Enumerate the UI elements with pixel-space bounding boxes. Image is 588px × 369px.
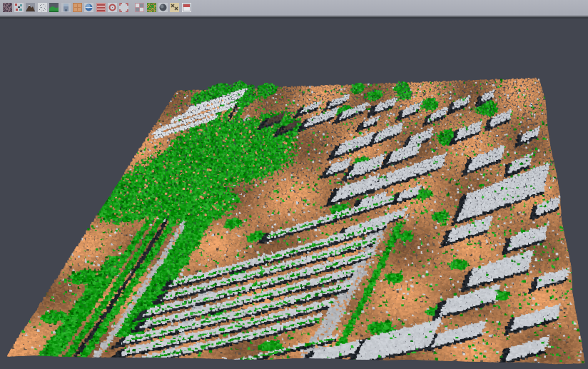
globe-icon[interactable] — [84, 3, 93, 12]
flag-icon[interactable] — [182, 3, 191, 12]
orthophoto-icon[interactable] — [73, 3, 82, 12]
side-panel-icon-glyph — [61, 3, 71, 12]
log-icon-glyph — [96, 3, 106, 12]
clip-cross-icon[interactable] — [170, 3, 179, 12]
flag-icon-glyph — [182, 3, 191, 12]
app-window — [0, 0, 588, 369]
zoom-extent-icon[interactable] — [119, 3, 128, 12]
point-cloud-icon-glyph — [38, 3, 47, 12]
texture-icon-glyph — [3, 3, 12, 12]
target-icon[interactable] — [108, 3, 117, 12]
zoom-extent-icon-glyph — [119, 3, 128, 12]
viewport — [0, 16, 588, 369]
sphere-render-icon[interactable] — [158, 3, 168, 12]
filter-checker-icon-glyph — [135, 3, 144, 12]
classification-icon[interactable] — [147, 3, 156, 12]
filter-checker-icon[interactable] — [135, 3, 144, 12]
point-cloud-icon[interactable] — [38, 3, 47, 12]
classification-icon-glyph — [147, 3, 156, 12]
markers-icon-glyph — [14, 3, 24, 12]
sphere-render-icon-glyph — [158, 3, 168, 12]
target-icon-glyph — [108, 3, 117, 12]
texture-icon[interactable] — [3, 3, 12, 12]
terrain-icon[interactable] — [49, 3, 59, 12]
clip-cross-icon-glyph — [170, 3, 179, 12]
toolbar — [0, 0, 588, 16]
log-icon[interactable] — [96, 3, 106, 12]
viewport-canvas[interactable] — [0, 16, 588, 369]
side-panel-icon[interactable] — [61, 3, 71, 12]
dem-icon-glyph — [26, 3, 35, 12]
markers-icon[interactable] — [14, 3, 24, 12]
dem-icon[interactable] — [26, 3, 35, 12]
orthophoto-icon-glyph — [73, 3, 82, 12]
globe-icon-glyph — [84, 3, 93, 12]
terrain-icon-glyph — [49, 3, 59, 12]
